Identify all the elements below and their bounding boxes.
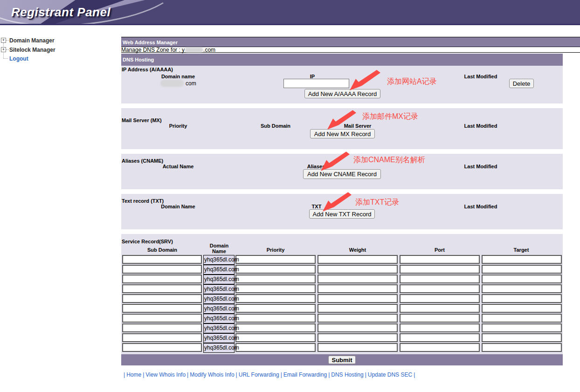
srv-sub-domain-input[interactable] — [122, 275, 202, 283]
a-record-title: IP Address (A/AAAA) — [122, 67, 173, 72]
web-address-manager-bar: Web Address Manager — [121, 37, 580, 47]
footer-link[interactable]: Email Forwarding — [283, 371, 327, 378]
srv-priority-input[interactable] — [235, 275, 316, 283]
srv-table-row: yhq365dl.com — [121, 304, 563, 314]
srv-weight-input[interactable] — [318, 275, 398, 283]
srv-weight-input[interactable] — [318, 323, 398, 332]
srv-table-row: yhq365dl.com — [121, 314, 563, 323]
mx-section: Mail Server (MX) Priority Sub Domain Mai… — [121, 108, 563, 149]
srv-sub-domain-input[interactable] — [122, 294, 202, 303]
srv-weight-input[interactable] — [318, 294, 398, 303]
srv-sub-domain-input[interactable] — [122, 323, 202, 332]
srv-priority-input[interactable] — [235, 294, 316, 303]
srv-target-input[interactable] — [482, 275, 562, 283]
srv-sub-domain-input[interactable] — [122, 343, 202, 352]
srv-port-input[interactable] — [400, 333, 480, 342]
srv-sub-domain-input[interactable] — [122, 265, 202, 274]
srv-port-input[interactable] — [400, 314, 480, 323]
srv-priority-input[interactable] — [235, 314, 316, 323]
srv-sub-domain-input[interactable] — [122, 255, 202, 264]
tree-line — [6, 40, 9, 41]
footer-separator: | — [235, 371, 239, 378]
footer-link[interactable]: Modify Whois Info — [190, 371, 234, 378]
last-modified-header: Last Modified — [464, 164, 497, 169]
srv-table-row: yhq365dl.com — [121, 333, 563, 343]
srv-table-row: yhq365dl.com — [121, 294, 563, 304]
srv-weight-input[interactable] — [318, 304, 398, 313]
srv-port-input[interactable] — [400, 294, 480, 303]
srv-sub-domain-input[interactable] — [122, 284, 202, 293]
srv-port-input[interactable] — [400, 323, 480, 332]
sidebar-item-domain-manager[interactable]: Domain Manager — [9, 37, 55, 44]
srv-weight-input[interactable] — [318, 333, 398, 342]
srv-priority-input[interactable] — [235, 265, 316, 274]
srv-target-input[interactable] — [482, 333, 562, 342]
sidebar-item-logout[interactable]: Logout — [9, 55, 28, 62]
footer-separator: | — [327, 371, 331, 378]
footer-link[interactable]: Update DNS SEC — [368, 371, 412, 378]
srv-priority-input[interactable] — [235, 284, 316, 293]
a-record-annotation: 添加网站A记录 — [387, 77, 437, 87]
srv-weight-input[interactable] — [318, 284, 398, 293]
last-modified-header: Last Modified — [464, 204, 497, 209]
srv-port-input[interactable] — [400, 304, 480, 313]
sidebar-item-sitelock-manager[interactable]: Sitelock Manager — [9, 47, 55, 53]
srv-target-input[interactable] — [482, 265, 562, 274]
srv-weight-input[interactable] — [318, 314, 398, 323]
expand-icon[interactable]: + — [1, 47, 6, 52]
add-mx-record-button[interactable]: Add New MX Record — [310, 129, 375, 138]
srv-priority-input[interactable] — [235, 333, 316, 342]
srv-weight-input[interactable] — [318, 255, 398, 264]
srv-port-input[interactable] — [400, 265, 480, 274]
srv-domain-name-cell: yhq365dl.com — [203, 304, 235, 314]
expand-icon[interactable]: + — [1, 38, 6, 43]
srv-target-input[interactable] — [482, 255, 562, 264]
manage-zone-row: Manage DNS Zone for : y.com — [121, 48, 580, 53]
cname-annotation: 添加CNAME别名解析 — [353, 155, 425, 165]
footer-separator: | — [122, 371, 126, 378]
red-arrow-icon — [349, 70, 381, 90]
delete-button[interactable]: Delete — [509, 79, 534, 88]
srv-target-input[interactable] — [482, 284, 562, 293]
srv-domain-name-cell: yhq365dl.com — [203, 323, 235, 333]
srv-port-input[interactable] — [400, 275, 480, 283]
srv-port-input[interactable] — [400, 284, 480, 293]
red-arrow-icon — [321, 151, 350, 171]
srv-target-input[interactable] — [482, 294, 562, 303]
submit-button[interactable]: Submit — [328, 356, 356, 364]
footer-separator: | — [412, 371, 416, 378]
srv-weight-input[interactable] — [318, 343, 398, 352]
footer-link[interactable]: DNS Hosting — [331, 371, 363, 378]
srv-target-input[interactable] — [482, 304, 562, 313]
app-title: Registrant Panel — [11, 5, 110, 20]
srv-target-input[interactable] — [482, 314, 562, 323]
footer-link[interactable]: URL Forwarding — [239, 371, 279, 378]
footer-link[interactable]: Home — [126, 371, 141, 378]
footer-separator: | — [364, 371, 368, 378]
red-arrow-icon — [323, 192, 352, 212]
srv-weight-input[interactable] — [318, 265, 398, 274]
footer-link[interactable]: View Whois Info — [145, 371, 186, 378]
srv-priority-header: Priority — [267, 247, 285, 253]
ip-input[interactable] — [283, 79, 349, 88]
srv-target-input[interactable] — [482, 323, 562, 332]
srv-priority-input[interactable] — [235, 323, 316, 332]
srv-sub-domain-input[interactable] — [122, 333, 202, 342]
srv-table-row: yhq365dl.com — [121, 255, 563, 265]
srv-port-input[interactable] — [400, 255, 480, 264]
srv-sub-domain-input[interactable] — [122, 304, 202, 313]
srv-priority-input[interactable] — [235, 255, 316, 264]
footer-links: |Home|View Whois Info|Modify Whois Info|… — [122, 371, 416, 378]
last-modified-header: Last Modified — [464, 123, 497, 129]
add-a-record-button[interactable]: Add New A/AAAA Record — [304, 89, 380, 98]
srv-port-input[interactable] — [400, 343, 480, 352]
txt-section: Text record (TXT) Domain Name TXT Last M… — [121, 194, 563, 229]
actual-name-header: Actual Name — [163, 164, 194, 169]
srv-priority-input[interactable] — [235, 304, 316, 313]
srv-target-input[interactable] — [482, 343, 562, 352]
redacted-domain-blur — [160, 80, 184, 87]
red-arrow-icon — [327, 110, 356, 130]
srv-sub-domain-input[interactable] — [122, 314, 202, 323]
last-modified-header: Last Modified — [464, 74, 497, 79]
srv-priority-input[interactable] — [235, 343, 316, 352]
